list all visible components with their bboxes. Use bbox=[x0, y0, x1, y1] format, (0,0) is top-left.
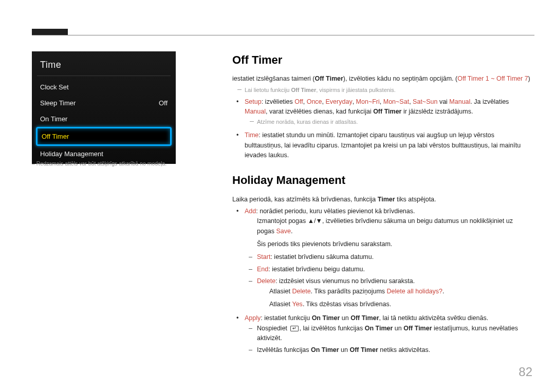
delete-line2: Atlasiet Delete. Tiks parādīts paziņojum… bbox=[257, 287, 530, 296]
dash-start: Start: iestatiet brīvdienu sākuma datumu… bbox=[257, 252, 530, 262]
divider bbox=[37, 76, 171, 76]
bullet-time: Time: iestatiet stundu un minūti. Izmant… bbox=[245, 130, 530, 160]
heading-holiday-management: Holiday Management bbox=[232, 172, 530, 189]
osd-item-label: Holiday Management bbox=[40, 150, 103, 158]
off-timer-note: Lai lietotu funkciju Off Timer, vispirms… bbox=[232, 86, 530, 95]
osd-item-holiday-management[interactable]: Holiday Management bbox=[32, 146, 176, 162]
bullet-apply: Apply: iestatiet funkciju On Timer un Of… bbox=[245, 313, 530, 356]
content-area: Off Timer iestatiet izslēgšanas taimeri … bbox=[232, 51, 530, 360]
enter-icon bbox=[290, 326, 299, 331]
osd-panel: Time Clock Set Sleep Timer Off On Timer … bbox=[32, 51, 176, 164]
delete-line3: Atlasiet Yes. Tiks dzēstas visas brīvdie… bbox=[257, 300, 530, 309]
off-timer-intro: iestatiet izslēgšanas taimeri (Off Timer… bbox=[232, 74, 530, 84]
dash-delete: Delete: izdzēsiet visus vienumus no brīv… bbox=[257, 276, 530, 309]
dash-apply-press: Nospiediet , lai izvēlētos funkcijas On … bbox=[257, 324, 530, 344]
osd-item-label: Sleep Timer bbox=[40, 99, 76, 107]
osd-item-label: Clock Set bbox=[40, 83, 69, 91]
osd-title: Time bbox=[32, 58, 176, 74]
osd-item-clock-set[interactable]: Clock Set bbox=[32, 79, 176, 95]
osd-item-label: On Timer bbox=[40, 115, 67, 123]
add-line2: Izmantojot pogas ▲/▼, izvēlieties brīvdi… bbox=[245, 216, 530, 236]
osd-item-off-timer[interactable]: Off Timer bbox=[36, 127, 172, 146]
dash-apply-selected: Izvēlētās funkcijas On Timer un Off Time… bbox=[257, 345, 530, 355]
osd-item-on-timer[interactable]: On Timer bbox=[32, 111, 176, 127]
page-number: 82 bbox=[519, 365, 532, 379]
bullet-add: Add: norādiet periodu, kuru vēlaties pie… bbox=[245, 207, 530, 309]
panel-caption: – Redzamais attēls var būt atšķirīgs atk… bbox=[32, 160, 166, 166]
bullet-setup: Setup: izvēlieties Off, Once, Everyday, … bbox=[245, 97, 530, 127]
header-accent bbox=[32, 29, 68, 35]
dash-end: End: iestatiet brīvdienu beigu datumu. bbox=[257, 265, 530, 274]
holiday-intro: Laika periodā, kas atzīmēts kā brīvdiena… bbox=[232, 195, 530, 204]
add-line3: Šis periods tiks pievienots brīvdienu sa… bbox=[245, 239, 530, 249]
osd-item-sleep-timer[interactable]: Sleep Timer Off bbox=[32, 95, 176, 111]
header-rule bbox=[32, 35, 534, 35]
osd-item-value: Off bbox=[159, 99, 168, 107]
osd-item-label: Off Timer bbox=[42, 133, 69, 140]
setup-subnote: Atzīme norāda, kuras dienas ir atlasītas… bbox=[245, 118, 530, 126]
heading-off-timer: Off Timer bbox=[232, 51, 530, 69]
